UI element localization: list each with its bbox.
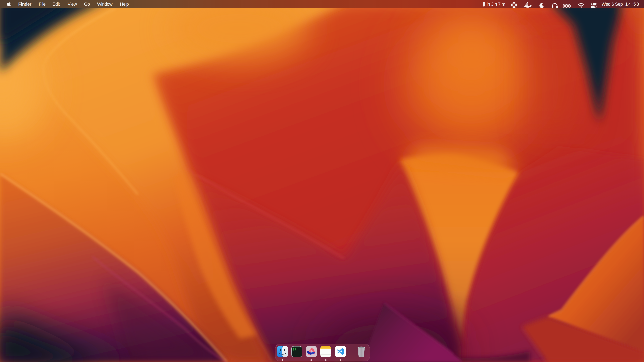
svg-text:$: $: [293, 348, 294, 351]
